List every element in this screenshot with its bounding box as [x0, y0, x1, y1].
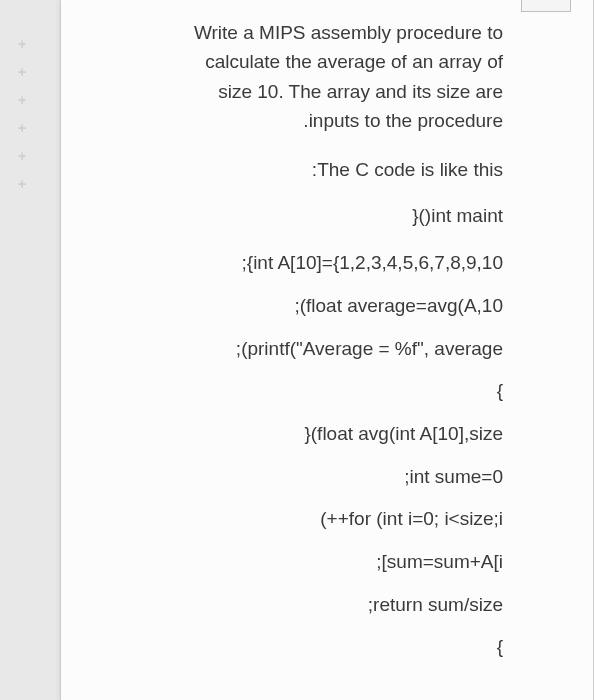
code-line: }()int maint — [99, 204, 503, 229]
corner-widget — [521, 0, 571, 12]
intro-paragraph: Write a MIPS assembly procedure to calcu… — [99, 18, 503, 136]
code-line: }(float avg(int A[10],size — [99, 422, 503, 447]
code-line: :The C code is like this — [99, 158, 503, 183]
code-line: ;(float average=avg(A,10 — [99, 294, 503, 319]
code-line: ;[sum=sum+A[i — [99, 550, 503, 575]
gutter-mark: + — [0, 30, 44, 58]
gutter-mark: + — [0, 142, 44, 170]
code-line: ;(printf("Average = %f", average — [99, 337, 503, 362]
code-line: ;{int A[10]={1,2,3,4,5,6,7,8,9,10 — [99, 251, 503, 276]
code-line: { — [99, 635, 503, 660]
document-paper: Write a MIPS assembly procedure to calcu… — [60, 0, 594, 700]
intro-line: .inputs to the procedure — [99, 106, 503, 135]
code-line: ;return sum/size — [99, 593, 503, 618]
code-line: (++for (int i=0; i<size;i — [99, 507, 503, 532]
gutter-mark: + — [0, 170, 44, 198]
code-line: { — [99, 379, 503, 404]
left-gutter: + + + + + + — [0, 0, 60, 700]
page-container: + + + + + + Write a MIPS assembly proced… — [0, 0, 594, 700]
gutter-mark: + — [0, 114, 44, 142]
code-line: ;int sume=0 — [99, 465, 503, 490]
gutter-mark: + — [0, 58, 44, 86]
intro-line: calculate the average of an array of — [99, 47, 503, 76]
document-content: Write a MIPS assembly procedure to calcu… — [61, 0, 593, 660]
gutter-mark: + — [0, 86, 44, 114]
intro-line: size 10. The array and its size are — [99, 77, 503, 106]
intro-line: Write a MIPS assembly procedure to — [99, 18, 503, 47]
